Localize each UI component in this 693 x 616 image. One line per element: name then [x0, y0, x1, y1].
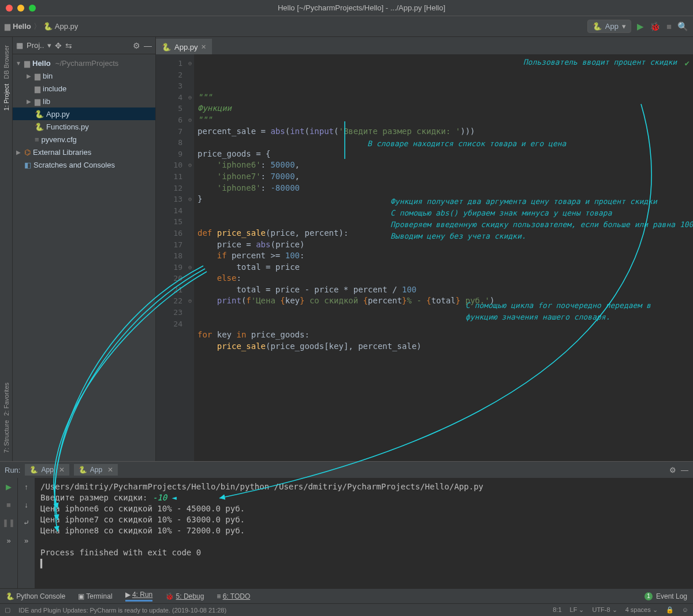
notification-badge: 1 [644, 592, 653, 600]
external-libraries-label: External Libraries [33, 148, 91, 157]
locate-icon[interactable]: ✥ [55, 41, 62, 50]
breadcrumb-project[interactable]: Hello [13, 22, 31, 31]
console-output[interactable]: /Users/dmitriy/PycharmProjects/Hello/bin… [35, 478, 693, 588]
run-controls: 🐍 App ▾ ▶ 🐞 ■ 🔍 [587, 20, 688, 33]
tree-item[interactable]: ▶▆lib [13, 95, 155, 107]
up-icon[interactable]: ↑ [24, 483, 28, 491]
console-line: Введите размер скидки: -10 ◄ [40, 492, 687, 503]
zoom-window[interactable] [29, 5, 36, 12]
more-icon[interactable]: » [24, 536, 28, 545]
editor-tab[interactable]: 🐍 App.py ✕ [156, 39, 212, 54]
file-icon: ▆ [35, 97, 40, 106]
file-icon: 🐍 [35, 123, 44, 131]
breadcrumb[interactable]: ▆ Hello 〉 🐍 App.py [5, 21, 78, 32]
debug-tab[interactable]: 🐞 5: Debug [165, 592, 204, 600]
project-tree[interactable]: ▼ ▆ Hello ~/PycharmProjects ▶▆bin▆includ… [13, 54, 155, 461]
minimize-window[interactable] [17, 5, 24, 12]
code-annotation: Пользователь вводит процент скидки [523, 57, 677, 68]
tree-item-label: App.py [46, 110, 69, 118]
tree-root[interactable]: ▼ ▆ Hello ~/PycharmProjects [13, 57, 155, 69]
folder-icon: ▆ [24, 59, 30, 68]
run-panel: Run: 🐍App✕ 🐍App✕ ⚙ — ▶ ■ ❚❚ » ↑ ↓ ⤶ » /U… [0, 461, 693, 588]
breadcrumb-file[interactable]: App.py [55, 22, 78, 31]
code-annotation: Выводим цену без учета скидки. [390, 231, 526, 242]
project-tab[interactable]: 1: Project [3, 84, 10, 110]
favorites-tab[interactable]: 2: Favorites [3, 383, 10, 415]
scratches[interactable]: ◧ Scratches and Consoles [13, 158, 155, 171]
line-ending[interactable]: LF ⌄ [570, 606, 584, 614]
rerun-icon[interactable]: ▶ [6, 483, 12, 491]
arrow-down-icon[interactable]: ▼ [15, 60, 22, 66]
console-line [40, 536, 687, 547]
editor-tabbar: 🐍 App.py ✕ [156, 37, 693, 54]
wrap-icon[interactable]: ⤶ [23, 518, 29, 527]
lock-icon[interactable]: 🔒 [666, 606, 674, 614]
structure-tab[interactable]: 7: Structure [3, 420, 10, 453]
editor-tab-label: App.py [174, 43, 198, 51]
run-config-name: App [605, 22, 619, 31]
hide-icon[interactable]: — [144, 41, 152, 50]
arrow-icon[interactable]: ▶ [25, 73, 32, 79]
terminal-tab[interactable]: ▣ Terminal [78, 592, 112, 600]
tree-item[interactable]: ▆include [13, 82, 155, 95]
tree-item[interactable]: ≡pyvenv.cfg [13, 133, 155, 146]
collapse-icon[interactable]: ⇆ [65, 41, 72, 50]
console-line: /Users/dmitriy/PycharmProjects/Hello/bin… [40, 481, 687, 492]
code-area[interactable]: ✔ """Функции"""percent_sale = abs(int(in… [194, 54, 693, 461]
more-icon[interactable]: » [6, 536, 10, 545]
code-annotation: Проверяем введенную скидку пользователем… [390, 219, 693, 231]
tree-item[interactable]: 🐍App.py [13, 107, 155, 120]
arrow-right-icon[interactable]: ▶ [15, 149, 22, 155]
tree-root-label: Hello [32, 59, 51, 68]
fold-gutter[interactable]: ⊖⊖⊖⊖⊖⊖⊖ [186, 54, 194, 461]
hector-icon[interactable]: ☺ [682, 606, 688, 614]
run-tab-1[interactable]: 🐍App✕ [25, 464, 69, 476]
tree-root-path: ~/PycharmProjects [55, 59, 118, 68]
close-icon[interactable]: ✕ [107, 466, 113, 474]
tree-item[interactable]: ▶▆bin [13, 69, 155, 82]
tree-item[interactable]: 🐍Functions.py [13, 120, 155, 133]
gear-icon[interactable]: ⚙ [669, 466, 676, 474]
run-toolbar-2: ↑ ↓ ⤶ » [17, 478, 35, 588]
project-panel-title[interactable]: Proj.. [27, 41, 44, 50]
run-tab[interactable]: ▶ 4: Run [125, 591, 153, 602]
chevron-right-icon: 〉 [33, 21, 41, 32]
gear-icon[interactable]: ⚙ [133, 41, 140, 50]
external-libraries[interactable]: ▶ ⌬ External Libraries [13, 146, 155, 158]
chevron-down-icon[interactable]: ▾ [47, 41, 51, 50]
debug-button[interactable]: 🐞 [650, 21, 661, 32]
tree-item-label: lib [43, 97, 50, 106]
python-console-tab[interactable]: 🐍 Python Console [6, 592, 65, 600]
encoding[interactable]: UTF-8 ⌄ [592, 606, 617, 614]
caret-pos[interactable]: 8:1 [553, 606, 561, 614]
run-config-dropdown[interactable]: 🐍 App ▾ [587, 20, 631, 33]
close-icon[interactable]: ✕ [201, 43, 206, 51]
status-message[interactable]: IDE and Plugin Updates: PyCharm is ready… [18, 607, 226, 614]
indent[interactable]: 4 spaces ⌄ [625, 606, 658, 614]
project-panel: ▦ Proj.. ▾ ✥ ⇆ ⚙ — ▼ ▆ Hello ~/PycharmPr… [13, 37, 156, 461]
inspection-ok-icon[interactable]: ✔ [685, 58, 690, 69]
run-button[interactable]: ▶ [637, 21, 644, 32]
down-icon[interactable]: ↓ [24, 500, 28, 509]
status-left-icon[interactable]: ▢ [5, 606, 10, 614]
console-line: Цена iphone8 со скидкой 10% - 72000.0 ру… [40, 525, 687, 536]
todo-tab[interactable]: ≡ 6: TODO [217, 592, 250, 600]
code-annotation: В словаре находится список товара и его … [367, 138, 566, 150]
scratches-icon: ◧ [24, 161, 31, 169]
tree-item-label: include [43, 84, 66, 93]
editor: 🐍 App.py ✕ 12345678910111213141516171819… [156, 37, 693, 461]
line-gutter[interactable]: 123456789101112131415161718192021222324 [156, 54, 186, 461]
close-window[interactable] [6, 5, 13, 12]
event-log-tab[interactable]: 1 Event Log [644, 592, 687, 600]
code-annotation: С помощью цикла for поочередно передаем … [465, 300, 651, 311]
library-icon: ⌬ [24, 148, 31, 157]
search-everywhere-icon[interactable]: 🔍 [677, 21, 688, 32]
python-icon: 🐍 [593, 22, 602, 31]
code-annotation: С помощью abs() убираем знак минуса у це… [390, 207, 612, 219]
file-icon: 🐍 [35, 110, 44, 118]
arrow-icon[interactable]: ▶ [25, 98, 32, 105]
close-icon[interactable]: ✕ [59, 466, 65, 474]
db-browser-tab[interactable]: DB Browser [3, 45, 10, 79]
hide-icon[interactable]: — [681, 466, 688, 474]
run-tab-2[interactable]: 🐍App✕ [74, 464, 118, 476]
